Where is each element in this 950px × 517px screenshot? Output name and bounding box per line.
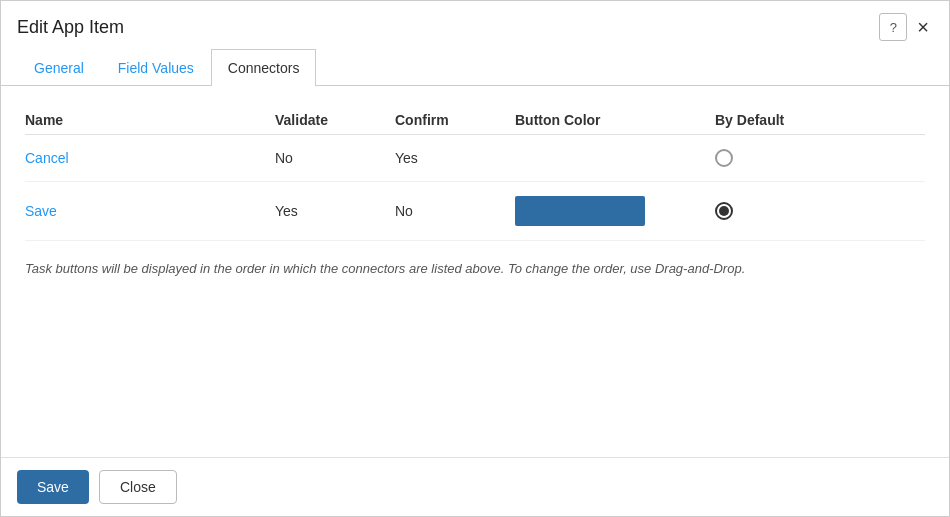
tab-general[interactable]: General <box>17 49 101 86</box>
connector-confirm-save: No <box>395 203 515 219</box>
drag-drop-note: Task buttons will be displayed in the or… <box>25 261 925 276</box>
dialog-body: Name Validate Confirm Button Color By De… <box>1 86 949 457</box>
save-button[interactable]: Save <box>17 470 89 504</box>
header-icons: ? × <box>879 13 933 41</box>
col-header-name: Name <box>25 112 275 128</box>
col-header-by-default: By Default <box>715 112 835 128</box>
help-button[interactable]: ? <box>879 13 907 41</box>
connector-confirm-cancel: Yes <box>395 150 515 166</box>
connector-color-save <box>515 196 715 226</box>
edit-app-item-dialog: Edit App Item ? × General Field Values C… <box>0 0 950 517</box>
table-header: Name Validate Confirm Button Color By De… <box>25 106 925 135</box>
radio-save[interactable] <box>715 202 733 220</box>
connector-validate-cancel: No <box>275 150 395 166</box>
col-header-button-color: Button Color <box>515 112 715 128</box>
color-swatch-save[interactable] <box>515 196 645 226</box>
tabs-bar: General Field Values Connectors <box>1 49 949 86</box>
connector-default-cancel <box>715 149 835 167</box>
table-row: Cancel No Yes <box>25 135 925 182</box>
dialog-title: Edit App Item <box>17 17 124 38</box>
dialog-header: Edit App Item ? × <box>1 1 949 49</box>
connector-name-cancel[interactable]: Cancel <box>25 150 275 166</box>
tab-connectors[interactable]: Connectors <box>211 49 317 86</box>
connector-name-save[interactable]: Save <box>25 203 275 219</box>
connector-validate-save: Yes <box>275 203 395 219</box>
connector-default-save <box>715 202 835 220</box>
tab-field-values[interactable]: Field Values <box>101 49 211 86</box>
col-header-confirm: Confirm <box>395 112 515 128</box>
radio-cancel[interactable] <box>715 149 733 167</box>
table-row: Save Yes No <box>25 182 925 241</box>
dialog-footer: Save Close <box>1 457 949 516</box>
close-button[interactable]: Close <box>99 470 177 504</box>
col-header-validate: Validate <box>275 112 395 128</box>
close-icon-button[interactable]: × <box>913 17 933 37</box>
connectors-table: Name Validate Confirm Button Color By De… <box>25 106 925 241</box>
